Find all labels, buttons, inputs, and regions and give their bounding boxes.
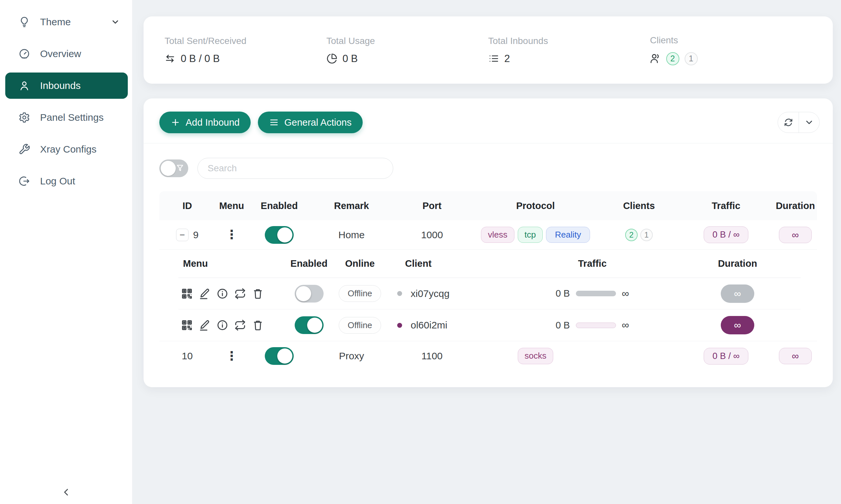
inbound-port: 1000 xyxy=(393,229,471,240)
collapse-row-button[interactable]: − xyxy=(176,229,189,241)
swap-arrows-icon xyxy=(165,53,175,64)
sidebar-item-panel-settings[interactable]: Panel Settings xyxy=(5,106,128,129)
client-traffic-value: 0 B xyxy=(555,288,570,299)
sidebar-item-label: Theme xyxy=(40,16,71,28)
client-status-dot xyxy=(397,291,402,296)
protocol-badge: tcp xyxy=(518,227,543,243)
info-button[interactable] xyxy=(217,288,228,300)
header-remark: Remark xyxy=(310,200,393,211)
logout-icon xyxy=(18,175,30,187)
hamburger-icon xyxy=(269,118,279,127)
client-name: ol60i2mi xyxy=(411,320,447,331)
header-traffic: Traffic xyxy=(510,258,674,269)
traffic-badge: 0 B / ∞ xyxy=(704,227,748,243)
expanded-clients-section: Menu Enabled Online Client Traffic Durat… xyxy=(159,250,817,341)
header-menu: Menu xyxy=(178,258,284,269)
inbound-id: 10 xyxy=(182,350,192,362)
row-menu-button[interactable]: ⋮ xyxy=(215,350,248,362)
enabled-toggle[interactable] xyxy=(265,226,294,244)
refresh-dropdown-button[interactable] xyxy=(799,112,819,132)
plus-icon xyxy=(171,118,181,127)
duration-badge: ∞ xyxy=(779,348,811,364)
chevron-down-icon xyxy=(111,17,120,26)
pie-chart-icon xyxy=(327,53,337,64)
table-header-row: ID Menu Enabled Remark Port Protocol Cli… xyxy=(159,191,817,220)
client-row: Offline ol60i2mi 0 B ∞ ∞ xyxy=(178,309,801,341)
toggle-knob xyxy=(161,161,176,176)
sidebar-item-theme[interactable]: Theme xyxy=(5,11,128,34)
reset-traffic-button[interactable] xyxy=(234,288,246,300)
inbounds-table: ID Menu Enabled Remark Port Protocol Cli… xyxy=(159,191,817,371)
header-protocol: Protocol xyxy=(471,200,600,211)
qr-code-button[interactable] xyxy=(181,319,193,331)
delete-button[interactable] xyxy=(252,288,264,300)
client-duration-badge: ∞ xyxy=(721,285,754,303)
funnel-icon xyxy=(175,164,185,173)
sidebar-item-xray-configs[interactable]: Xray Configs xyxy=(5,138,128,161)
header-online: Online xyxy=(334,258,385,269)
dashboard-icon xyxy=(18,48,30,60)
toggle-knob xyxy=(277,348,292,363)
refresh-button[interactable] xyxy=(778,112,799,132)
toggle-knob xyxy=(296,286,311,301)
sidebar-collapse-button[interactable] xyxy=(58,484,74,500)
enabled-toggle[interactable] xyxy=(265,347,294,365)
stat-value: 0 B xyxy=(343,53,358,65)
inbound-remark: Proxy xyxy=(310,350,393,362)
online-status-badge: Offline xyxy=(339,285,381,302)
wrench-icon xyxy=(18,143,30,155)
client-name: xi07ycqg xyxy=(411,288,449,299)
client-status-dot xyxy=(397,323,402,328)
sidebar-item-label: Overview xyxy=(40,48,81,59)
stat-value: 0 B / 0 B xyxy=(181,53,220,65)
main-content: Total Sent/Received 0 B / 0 B Total Usag… xyxy=(132,0,841,504)
client-table-header-row: Menu Enabled Online Client Traffic Durat… xyxy=(178,250,801,278)
row-menu-button[interactable]: ⋮ xyxy=(215,229,248,240)
traffic-progress-bar xyxy=(576,323,616,328)
inbound-row: 10 ⋮ Proxy 1100 socks 0 B / ∞ ∞ xyxy=(159,341,817,371)
qr-code-button[interactable] xyxy=(181,288,193,300)
inbound-port: 1100 xyxy=(393,350,471,362)
stat-total-sent-received: Total Sent/Received 0 B / 0 B xyxy=(165,36,327,65)
general-actions-button[interactable]: General Actions xyxy=(258,111,363,133)
header-enabled: Enabled xyxy=(248,200,310,211)
search-input[interactable] xyxy=(198,158,393,179)
client-enabled-toggle[interactable] xyxy=(295,285,324,303)
stat-label: Clients xyxy=(650,35,812,46)
traffic-limit: ∞ xyxy=(622,319,629,331)
stat-clients: Clients 2 1 xyxy=(650,35,812,65)
traffic-badge: 0 B / ∞ xyxy=(704,348,748,364)
header-port: Port xyxy=(393,200,471,211)
edit-button[interactable] xyxy=(199,319,210,331)
stat-value: 2 xyxy=(504,53,510,65)
header-duration: Duration xyxy=(674,258,801,269)
traffic-progress-bar xyxy=(576,291,616,296)
inbounds-card: Add Inbound General Actions xyxy=(143,98,833,387)
client-enabled-toggle[interactable] xyxy=(295,316,324,334)
sidebar-item-logout[interactable]: Log Out xyxy=(5,169,128,193)
users-icon xyxy=(650,53,661,64)
clients-count-badge: 2 xyxy=(625,229,638,241)
reset-traffic-button[interactable] xyxy=(234,319,246,331)
info-button[interactable] xyxy=(217,319,228,331)
header-traffic: Traffic xyxy=(679,200,774,211)
user-icon xyxy=(18,80,30,92)
edit-button[interactable] xyxy=(199,288,210,300)
lightbulb-icon xyxy=(18,16,30,28)
chevron-left-icon xyxy=(61,487,72,498)
toggle-knob xyxy=(277,228,292,242)
stat-label: Total Usage xyxy=(327,36,488,46)
header-id: ID xyxy=(159,200,215,211)
inbound-id: 9 xyxy=(193,229,199,240)
header-duration: Duration xyxy=(774,200,817,211)
clients-count-badge: 1 xyxy=(640,229,653,241)
gear-icon xyxy=(18,111,30,123)
sidebar-item-inbounds[interactable]: Inbounds xyxy=(5,73,128,99)
stat-label: Total Sent/Received xyxy=(165,36,327,46)
add-inbound-button[interactable]: Add Inbound xyxy=(159,111,251,133)
sidebar-item-overview[interactable]: Overview xyxy=(5,42,128,65)
delete-button[interactable] xyxy=(252,319,264,331)
header-client: Client xyxy=(385,258,510,269)
client-row: Offline xi07ycqg 0 B ∞ ∞ xyxy=(178,278,801,309)
filter-toggle[interactable] xyxy=(159,160,188,177)
